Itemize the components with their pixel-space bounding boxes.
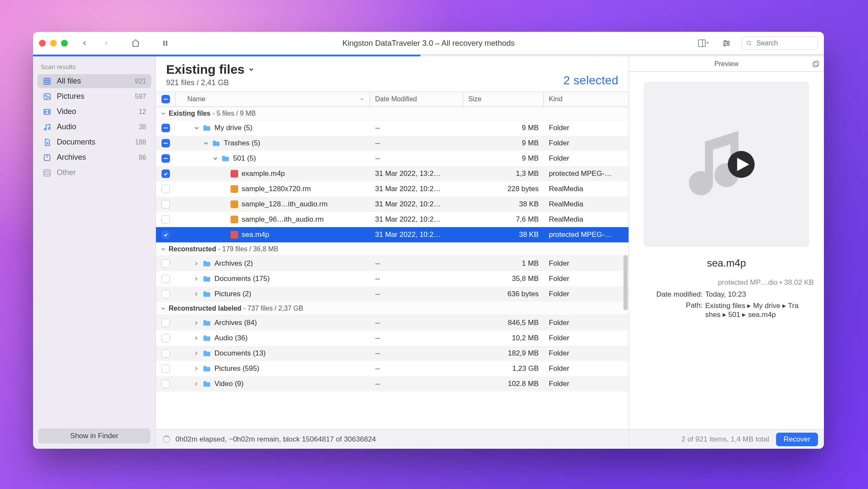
checkbox[interactable] [161,364,170,373]
file-row[interactable]: sample_128…ith_audio.rm31 Mar 2022, 10:2… [156,197,629,212]
expand-preview-button[interactable] [812,60,820,68]
sidebar-item-count: 12 [139,108,146,116]
sidebar-item-pictures[interactable]: Pictures597 [37,89,151,103]
pause-scan-button[interactable] [158,36,173,51]
disclosure-triangle[interactable] [193,291,199,297]
checkbox[interactable] [161,334,170,342]
pause-icon [161,39,169,47]
sidebar-item-all-files[interactable]: All files921 [37,74,151,88]
file-name: Pictures (595) [214,364,259,373]
file-date: -- [370,334,463,342]
audio-placeholder-icon [686,124,767,205]
column-kind[interactable]: Kind [544,92,629,106]
file-kind: Folder [544,290,629,298]
disclosure-triangle[interactable] [193,381,199,387]
checkbox[interactable] [161,215,170,224]
disclosure-triangle[interactable] [212,155,218,162]
file-name: Documents (13) [214,349,266,358]
file-rows[interactable]: Existing files - 5 files / 9 MBMy drive … [156,107,629,429]
file-size: 35,8 MB [463,275,544,283]
sidebar-item-archives[interactable]: Archives86 [37,150,151,164]
scrollbar-thumb[interactable] [623,255,628,310]
sidebar-item-other[interactable]: Other [37,166,151,180]
checkbox[interactable] [161,154,170,163]
file-row[interactable]: sample_96…ith_audio.rm31 Mar 2022, 10:2…… [156,212,629,227]
group-header[interactable]: Existing files - 5 files / 9 MB [156,107,629,120]
checkbox[interactable] [161,231,170,239]
disclosure-triangle[interactable] [193,125,199,131]
folder-row[interactable]: Pictures (2)--636 bytesFolder [156,286,629,302]
sidebar-item-audio[interactable]: Audio38 [37,120,151,134]
folder-row[interactable]: Video (9)--102.8 MBFolder [156,376,629,392]
file-row[interactable]: sample_1280x720.rm31 Mar 2022, 10:2…228 … [156,181,629,197]
minimize-window-button[interactable] [50,40,57,47]
checkbox[interactable] [161,169,170,178]
file-name: 501 (5) [233,154,256,163]
folder-row[interactable]: Documents (175)--35,8 MBFolder [156,271,629,286]
checkbox[interactable] [161,200,170,208]
svg-rect-29 [44,169,50,176]
file-name: example.m4p [242,169,285,178]
view-options-button[interactable] [696,36,711,51]
folder-row[interactable]: Archives (84)--846,5 MBFolder [156,315,629,331]
column-size[interactable]: Size [463,92,544,106]
disclosure-triangle[interactable] [203,140,209,147]
folder-row[interactable]: 501 (5)--9 MBFolder [156,151,629,166]
column-name[interactable]: Name [175,92,370,106]
file-date: -- [370,319,463,327]
chevron-down-icon [160,306,166,311]
folder-icon [203,320,211,326]
sidebar-item-video[interactable]: Video12 [37,105,151,119]
group-header[interactable]: Reconstructed - 179 files / 36,8 MB [156,242,629,256]
checkbox[interactable] [161,185,170,193]
folder-row[interactable]: My drive (5)--9 MBFolder [156,120,629,136]
column-date[interactable]: Date Modified [370,92,463,106]
disclosure-triangle[interactable] [193,335,199,341]
forward-button[interactable] [98,36,114,51]
zoom-window-button[interactable] [61,40,68,47]
header-checkbox[interactable] [156,92,175,106]
folder-row[interactable]: Pictures (595)--1,23 GBFolder [156,361,629,376]
back-button[interactable] [77,36,92,51]
checkbox[interactable] [161,380,170,388]
checkbox[interactable] [161,124,170,132]
search-input[interactable] [756,39,813,47]
folder-row[interactable]: Audio (36)--10,2 MBFolder [156,331,629,346]
preview-path-value: Existing files ▸ My drive ▸ Tra shes ▸ 5… [705,301,814,319]
checkbox[interactable] [161,349,170,358]
filters-button[interactable] [719,36,734,51]
disclosure-triangle[interactable] [193,276,199,282]
file-row[interactable]: example.m4p31 Mar 2022, 13:2…1,3 MBprote… [156,166,629,181]
preview-date-value: Today, 10:23 [705,290,814,299]
folder-row[interactable]: Archives (2)--1 MBFolder [156,256,629,271]
preview-header: Preview [629,56,824,72]
checkbox[interactable] [161,290,170,298]
search-field[interactable] [742,36,818,50]
file-size: 182,9 MB [463,349,544,358]
folder-row[interactable]: Documents (13)--182,9 MBFolder [156,346,629,361]
checkbox[interactable] [161,139,170,147]
sidebar-item-documents[interactable]: Documents188 [37,135,151,149]
checkbox[interactable] [161,319,170,327]
disclosure-triangle[interactable] [193,366,199,372]
disclosure-triangle[interactable] [193,320,199,326]
selected-count[interactable]: 2 selected [563,74,618,87]
list-title[interactable]: Existing files [166,62,255,77]
recover-button[interactable]: Recover [776,433,818,446]
preview-thumbnail[interactable] [644,82,809,247]
checkbox[interactable] [161,275,170,283]
folder-row[interactable]: Trashes (5)--9 MBFolder [156,136,629,151]
disclosure-triangle[interactable] [193,261,199,267]
home-button[interactable] [128,36,143,51]
preview-pane: Preview sea. [629,56,824,449]
home-icon [131,39,140,48]
file-row[interactable]: sea.m4p31 Mar 2022, 10:2…38 KBprotected … [156,227,629,242]
show-in-finder-button[interactable]: Show in Finder [38,428,150,444]
file-date: -- [370,275,463,283]
disclosure-triangle[interactable] [193,350,199,356]
close-window-button[interactable] [39,40,46,47]
file-size: 1,3 MB [463,169,544,178]
sidebar-item-label: Documents [57,138,95,147]
group-header[interactable]: Reconstructed labeled - 737 files / 2,37… [156,302,629,315]
checkbox[interactable] [161,259,170,268]
